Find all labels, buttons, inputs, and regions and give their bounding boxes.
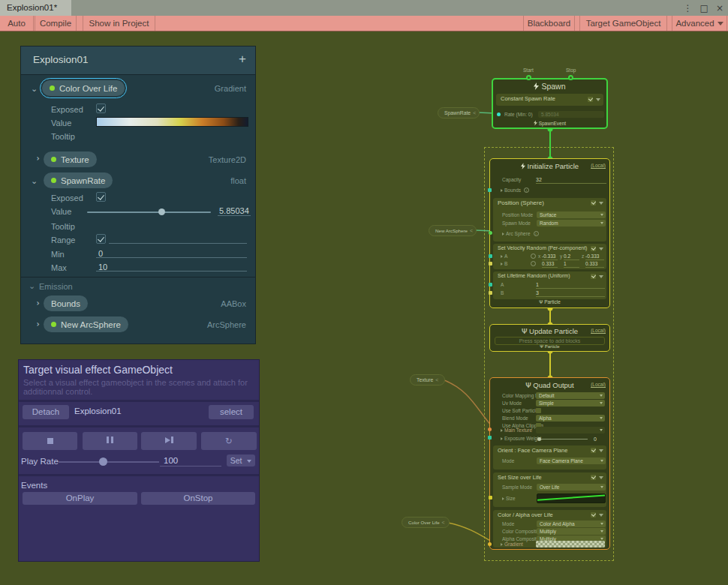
blend-mode-dropdown[interactable]: Alpha xyxy=(536,415,605,422)
max-field[interactable]: 10 xyxy=(98,262,107,272)
velocity-b-x-field[interactable]: 0.333 xyxy=(542,260,558,268)
color-mapping-mode-dropdown[interactable]: Default xyxy=(536,392,605,399)
parameter-bounds[interactable]: Bounds xyxy=(44,296,88,311)
tab-explosion01[interactable]: Explosion01* xyxy=(0,0,71,16)
arc-sphere-input-port[interactable] xyxy=(489,231,492,235)
block-enabled-checkbox[interactable] xyxy=(591,448,596,453)
collapse-chevron-icon[interactable]: < xyxy=(473,110,476,116)
category-emission[interactable]: Emission xyxy=(39,282,73,291)
size-input-port[interactable] xyxy=(489,496,492,500)
window-menu-icon[interactable]: ⋮ xyxy=(684,3,693,14)
block-collapse-icon[interactable] xyxy=(599,202,603,205)
color-composition-dropdown[interactable]: Multiply xyxy=(537,528,606,535)
start-port[interactable] xyxy=(526,75,531,80)
main-texture-field[interactable] xyxy=(536,427,605,434)
select-button[interactable]: select xyxy=(209,405,254,419)
chevron-right-icon[interactable]: ⌄ xyxy=(32,155,41,162)
show-in-project-button[interactable]: Show in Project xyxy=(83,16,155,31)
restart-button[interactable]: ↻ xyxy=(201,432,257,450)
use-soft-particle-checkbox[interactable] xyxy=(536,408,541,413)
block-collapse-icon[interactable] xyxy=(596,98,600,101)
advanced-dropdown-button[interactable]: Advanced xyxy=(672,16,727,31)
parameter-node-new-arcsphere[interactable]: New ArcSphere < xyxy=(429,225,477,236)
exposure-slider[interactable] xyxy=(538,439,588,440)
velocity-b-input-port[interactable] xyxy=(489,262,492,266)
set-lifetime-random-block[interactable]: Set Lifetime Random (Uniform) A 1 B 3 xyxy=(493,272,606,299)
initialize-particle-node[interactable]: Initialize Particle (Local) Capacity 32 … xyxy=(489,158,610,308)
parameter-color-over-life[interactable]: Color Over Life xyxy=(42,80,125,96)
detach-button[interactable]: Detach xyxy=(23,405,69,419)
expander-icon[interactable] xyxy=(502,497,504,500)
exposure-weight-input-port[interactable] xyxy=(488,436,492,440)
chevron-down-icon[interactable]: ⌄ xyxy=(29,281,35,291)
block-enabled-checkbox[interactable] xyxy=(591,512,596,518)
stop-port[interactable] xyxy=(568,75,573,80)
uv-mode-dropdown[interactable]: Simple xyxy=(536,400,605,406)
gradient-value-field[interactable] xyxy=(536,541,605,548)
block-collapse-icon[interactable] xyxy=(599,514,603,517)
rate-input-port[interactable] xyxy=(497,112,501,116)
collapse-chevron-icon[interactable]: < xyxy=(435,377,438,382)
min-field[interactable]: 0 xyxy=(98,249,103,258)
expander-icon[interactable] xyxy=(501,262,503,266)
chevron-right-icon[interactable]: ⌄ xyxy=(32,300,41,307)
block-enabled-checkbox[interactable] xyxy=(591,274,596,279)
block-collapse-icon[interactable] xyxy=(599,476,603,479)
collapse-chevron-icon[interactable]: < xyxy=(470,228,473,233)
chevron-down-icon[interactable]: ⌄ xyxy=(31,84,38,94)
size-curve-field[interactable] xyxy=(537,494,606,503)
onstop-button[interactable]: OnStop xyxy=(141,492,255,505)
onplay-button[interactable]: OnPlay xyxy=(23,492,137,505)
exposed-checkbox[interactable] xyxy=(96,192,106,202)
capacity-field[interactable]: 32 xyxy=(536,176,606,184)
add-parameter-button[interactable]: + xyxy=(239,52,246,67)
play-rate-field[interactable]: 100 xyxy=(164,456,178,465)
lifetime-b-field[interactable]: 3 xyxy=(536,290,605,297)
velocity-a-y-field[interactable]: 0.2 xyxy=(564,253,579,260)
velocity-a-x-field[interactable]: -0.333 xyxy=(542,253,558,260)
target-gameobject-panel[interactable]: Target visual effect GameObject Select a… xyxy=(19,360,259,561)
close-icon[interactable]: × xyxy=(716,3,723,14)
expander-icon[interactable] xyxy=(501,429,503,432)
parameter-spawnrate[interactable]: SpawnRate xyxy=(44,172,113,188)
pause-button[interactable] xyxy=(83,432,137,450)
set-size-over-life-block[interactable]: Set Size over Life Sample Mode Over Life… xyxy=(493,472,606,507)
expander-icon[interactable] xyxy=(501,255,503,258)
rate-value-field[interactable]: 5.85034 xyxy=(538,111,604,118)
block-enabled-checkbox[interactable] xyxy=(591,246,596,251)
block-collapse-icon[interactable] xyxy=(599,275,603,278)
parameter-node-texture[interactable]: Texture < xyxy=(410,374,445,386)
velocity-b-y-field[interactable]: 1 xyxy=(564,260,579,268)
main-texture-input-port[interactable] xyxy=(488,428,492,431)
block-collapse-icon[interactable] xyxy=(599,449,603,452)
range-checkbox[interactable] xyxy=(96,234,106,244)
bounds-input-port[interactable] xyxy=(488,188,492,192)
value-field[interactable]: 5.85034 xyxy=(219,206,249,215)
parameter-node-color-over-life[interactable]: Color Over Life < xyxy=(402,517,450,528)
quad-output-node[interactable]: Ψ Quad Output (Local) Color Mapping Mode… xyxy=(489,377,610,550)
block-enabled-checkbox[interactable] xyxy=(588,97,593,102)
color-mode-dropdown[interactable]: Color And Alpha xyxy=(537,520,606,527)
position-mode-dropdown[interactable]: Surface xyxy=(537,212,606,218)
orient-block[interactable]: Orient : Face Camera Plane Mode Face Cam… xyxy=(493,446,606,470)
value-slider-thumb[interactable] xyxy=(158,208,165,215)
blackboard-toggle-button[interactable]: Blackboard xyxy=(523,16,575,31)
spawn-node[interactable]: Start Stop Spawn Constant Spawn Rate Rat… xyxy=(492,78,608,129)
exposed-checkbox[interactable] xyxy=(96,104,106,113)
play-rate-slider[interactable] xyxy=(59,461,159,463)
parameter-new-arcsphere[interactable]: New ArcSphere xyxy=(44,316,128,332)
expander-icon[interactable] xyxy=(501,189,503,192)
lifetime-a-input-port[interactable] xyxy=(489,283,492,286)
expander-icon[interactable] xyxy=(502,232,504,236)
position-sphere-block[interactable]: Position (Sphere) Position Mode Surface … xyxy=(493,198,606,242)
space-local-link[interactable]: (Local) xyxy=(591,163,606,168)
maximize-icon[interactable]: □ xyxy=(700,3,708,14)
target-gameobject-toggle-button[interactable]: Target GameObject xyxy=(579,16,667,31)
gradient-preview[interactable] xyxy=(96,117,248,127)
block-collapse-icon[interactable] xyxy=(599,248,603,250)
velocity-a-z-field[interactable]: -0.333 xyxy=(585,253,604,260)
play-rate-slider-thumb[interactable] xyxy=(99,458,107,466)
update-particle-node[interactable]: Ψ Update Particle (Local) Press space to… xyxy=(489,324,610,352)
lifetime-b-input-port[interactable] xyxy=(489,291,492,295)
velocity-b-z-field[interactable]: 0.333 xyxy=(585,260,604,268)
